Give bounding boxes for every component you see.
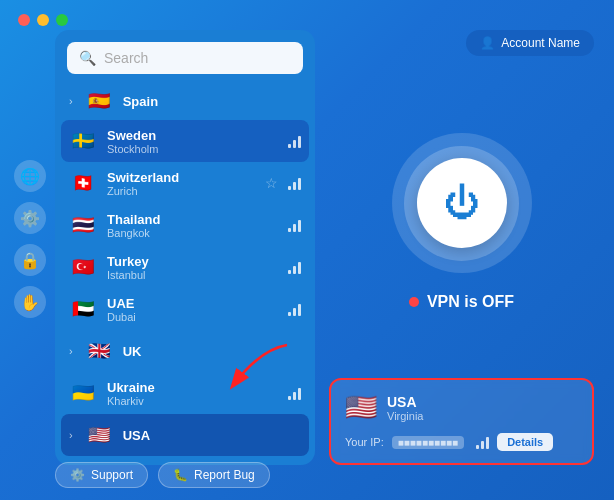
flag-switzerland: 🇨🇭 — [69, 169, 97, 197]
hand-icon[interactable]: ✋ — [14, 286, 46, 318]
list-item[interactable]: 🇹🇭 Thailand Bangkok — [61, 204, 309, 246]
ip-value: ■■■■■■■■■■ — [392, 436, 464, 449]
details-button[interactable]: Details — [497, 433, 553, 451]
account-icon: 👤 — [480, 36, 495, 50]
list-item[interactable]: 🇺🇦 Ukraine Kharkiv — [61, 372, 309, 414]
chevron-icon: › — [69, 95, 73, 107]
signal-icon — [288, 302, 301, 316]
list-item[interactable]: 🇨🇭 Switzerland Zurich ☆ — [61, 162, 309, 204]
settings-icon[interactable]: ⚙️ — [14, 202, 46, 234]
ip-label: Your IP: — [345, 436, 384, 448]
signal-icon — [288, 218, 301, 232]
connection-location: 🇺🇸 USA Virginia — [345, 392, 578, 423]
power-section: ⏻ VPN is OFF — [392, 133, 532, 311]
support-button[interactable]: ⚙️ Support — [55, 462, 148, 488]
list-item[interactable]: 🇹🇷 Turkey Istanbul — [61, 246, 309, 288]
lock-icon[interactable]: 🔒 — [14, 244, 46, 276]
search-bar[interactable]: 🔍 Search — [67, 42, 303, 74]
list-item[interactable]: › 🇬🇧 UK — [61, 330, 309, 372]
power-button[interactable]: ⏻ — [417, 158, 507, 248]
search-icon: 🔍 — [79, 50, 96, 66]
report-bug-label: Report Bug — [194, 468, 255, 482]
power-ring-mid: ⏻ — [404, 146, 519, 261]
chevron-icon: › — [69, 429, 73, 441]
connection-info-box: 🇺🇸 USA Virginia Your IP: ■■■■■■■■■■ Deta… — [329, 378, 594, 465]
list-item-usa[interactable]: › 🇺🇸 USA — [61, 414, 309, 456]
list-item[interactable]: 🇦🇪 UAE Dubai — [61, 288, 309, 330]
bug-icon: 🐛 — [173, 468, 188, 482]
close-button[interactable] — [18, 14, 30, 26]
signal-icon — [476, 435, 489, 449]
globe-icon[interactable]: 🌐 — [14, 160, 46, 192]
signal-icon — [288, 386, 301, 400]
vpn-status-label: VPN is OFF — [427, 293, 514, 311]
maximize-button[interactable] — [56, 14, 68, 26]
flag-usa: 🇺🇸 — [85, 421, 113, 449]
connection-ip-row: Your IP: ■■■■■■■■■■ Details — [345, 433, 578, 451]
list-item[interactable]: 🇸🇪 Sweden Stockholm — [61, 120, 309, 162]
flag-turkey: 🇹🇷 — [69, 253, 97, 281]
traffic-lights — [18, 14, 68, 26]
flag-uk: 🇬🇧 — [85, 337, 113, 365]
connection-country: USA — [387, 394, 424, 410]
support-label: Support — [91, 468, 133, 482]
flag-ukraine: 🇺🇦 — [69, 379, 97, 407]
report-bug-button[interactable]: 🐛 Report Bug — [158, 462, 270, 488]
signal-icon — [288, 260, 301, 274]
signal-icon — [288, 176, 301, 190]
flag-spain: 🇪🇸 — [85, 87, 113, 115]
favorite-icon: ☆ — [265, 175, 278, 191]
support-icon: ⚙️ — [70, 468, 85, 482]
side-icon-bar: 🌐 ⚙️ 🔒 ✋ — [14, 160, 46, 318]
account-button[interactable]: 👤 Account Name — [466, 30, 594, 56]
connection-flag: 🇺🇸 — [345, 392, 377, 423]
right-panel: 👤 Account Name ⏻ VPN is OFF 🇺🇸 USA Virgi… — [329, 30, 594, 465]
search-placeholder: Search — [104, 50, 148, 66]
power-ring-outer: ⏻ — [392, 133, 532, 273]
bottom-bar: ⚙️ Support 🐛 Report Bug — [55, 462, 270, 488]
list-item[interactable]: › 🇪🇸 Spain — [61, 82, 309, 120]
signal-icon — [288, 134, 301, 148]
chevron-icon: › — [69, 345, 73, 357]
power-icon: ⏻ — [444, 182, 480, 224]
flag-thailand: 🇹🇭 — [69, 211, 97, 239]
country-sidebar: 🔍 Search › 🇪🇸 Spain 🇸🇪 Sweden Stockholm — [55, 30, 315, 465]
flag-sweden: 🇸🇪 — [69, 127, 97, 155]
connection-location-text: USA Virginia — [387, 394, 424, 422]
account-label: Account Name — [501, 36, 580, 50]
minimize-button[interactable] — [37, 14, 49, 26]
flag-uae: 🇦🇪 — [69, 295, 97, 323]
connection-city: Virginia — [387, 410, 424, 422]
status-dot — [409, 297, 419, 307]
country-list: › 🇪🇸 Spain 🇸🇪 Sweden Stockholm 🇨🇭 Sw — [55, 82, 315, 465]
vpn-status: VPN is OFF — [409, 293, 514, 311]
